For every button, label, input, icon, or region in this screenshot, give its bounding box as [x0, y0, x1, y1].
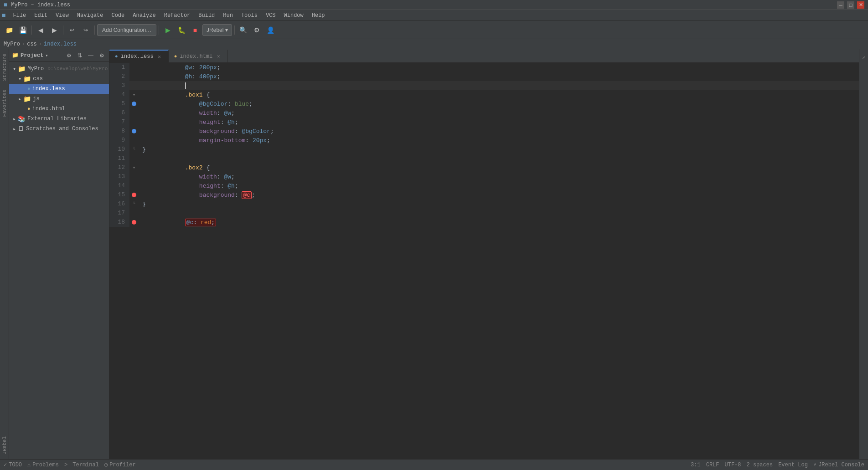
breakpoint-blue-8[interactable]	[132, 129, 136, 133]
breakpoint-red-15[interactable]	[132, 193, 136, 197]
menu-tools[interactable]: Tools	[238, 11, 261, 20]
vertical-tab-favorites[interactable]: Favorites	[0, 85, 9, 121]
breakpoint-red-18[interactable]	[132, 220, 136, 225]
line-num-7: 7	[109, 118, 129, 127]
status-left: ✓ TODO ⚠ Problems >_ Terminal ◷ Profiler	[4, 461, 136, 468]
jrebel-console-label: JRebel Console	[818, 462, 864, 468]
status-event-log[interactable]: Event Log	[778, 462, 808, 468]
menu-file[interactable]: File	[9, 11, 30, 20]
status-problems[interactable]: ⚠ Problems	[27, 461, 59, 468]
minimize-button[interactable]: ─	[837, 1, 844, 9]
sidebar-sort-btn[interactable]: ⇅	[75, 51, 84, 60]
code-line-9: 9 margin-bottom: 20px;	[109, 136, 859, 145]
vertical-tab-jrebel[interactable]: JRebel	[0, 432, 9, 459]
editor-tab-indexless[interactable]: ● index.less ✕	[109, 50, 169, 62]
code-line-1: 1 @w: 200px;	[109, 63, 859, 72]
gutter-4: ▾	[129, 92, 139, 97]
toolbar-settings-btn[interactable]: ⚙	[251, 24, 264, 36]
breakpoint-blue-5[interactable]	[132, 102, 136, 106]
status-terminal[interactable]: >_ Terminal	[64, 462, 99, 468]
tree-label-css: css	[33, 76, 43, 82]
tree-label-mypro: MyPro	[27, 66, 44, 72]
vertical-tab-structure[interactable]: Structure	[0, 49, 9, 85]
tab-close-indexhtml[interactable]: ✕	[215, 53, 222, 60]
debug-btn[interactable]: 🐛	[175, 24, 188, 36]
menu-code[interactable]: Code	[108, 11, 128, 20]
run-btn[interactable]: ▶	[161, 24, 174, 36]
toolbar-redo-btn[interactable]: ↪	[79, 24, 92, 36]
stop-btn[interactable]: ■	[189, 24, 202, 36]
code-token: :	[192, 73, 199, 80]
toolbar-forward-btn[interactable]: ▶	[48, 24, 61, 36]
tree-item-scratches[interactable]: ▸ 🗒 Scratches and Consoles	[9, 124, 109, 134]
far-left-tabs: Structure Favorites JRebel	[0, 49, 9, 459]
menu-analyze[interactable]: Analyze	[129, 11, 159, 20]
add-configuration-button[interactable]: Add Configuration…	[97, 24, 156, 36]
menu-vcs[interactable]: VCS	[262, 11, 279, 20]
toolbar-save-btn[interactable]: 💾	[16, 24, 29, 36]
menu-run[interactable]: Run	[219, 11, 237, 20]
status-line-ending[interactable]: CRLF	[706, 462, 719, 468]
menu-navigate[interactable]: Navigate	[73, 11, 107, 20]
status-right: 3:1 CRLF UTF-8 2 spaces Event Log ⚡ JReb…	[691, 461, 864, 468]
tree-item-indexhtml[interactable]: ● index.html	[9, 104, 109, 114]
breadcrumb-mypropart[interactable]: MyPro	[4, 41, 20, 47]
line-num-6: 6	[109, 108, 129, 118]
line-num-18: 18	[109, 218, 129, 227]
vertical-tab-right-notifications[interactable]: ✓	[860, 51, 868, 64]
collapse-arrow-16[interactable]: └	[133, 202, 135, 206]
collapse-arrow-12[interactable]: ▾	[133, 165, 135, 170]
code-token: ;	[211, 219, 215, 226]
title-bar-controls: ─ □ ✕	[837, 1, 864, 9]
toolbar-user-btn[interactable]: 👤	[264, 24, 277, 36]
project-dropdown-icon[interactable]: ▾	[45, 53, 48, 58]
code-token	[185, 137, 199, 144]
tree-expand-scratches: ▸	[13, 126, 16, 133]
status-jrebel-console[interactable]: ⚡ JRebel Console	[813, 461, 864, 468]
toolbar-search-btn[interactable]: 🔍	[237, 24, 250, 36]
toolbar-undo-btn[interactable]: ↩	[66, 24, 78, 36]
sidebar-gear-btn[interactable]: ⚙	[97, 51, 106, 60]
toolbar-open-btn[interactable]: 📁	[3, 24, 16, 36]
toolbar-back-btn[interactable]: ◀	[34, 24, 47, 36]
menu-view[interactable]: View	[52, 11, 72, 20]
close-button[interactable]: ✕	[857, 1, 864, 9]
tree-label-indexhtml: index.html	[32, 106, 65, 112]
menu-help[interactable]: Help	[308, 11, 329, 20]
menu-build[interactable]: Build	[195, 11, 218, 20]
sidebar-settings-btn[interactable]: ⚙	[64, 51, 73, 60]
problems-icon: ⚠	[27, 461, 31, 468]
menu-refactor[interactable]: Refactor	[160, 11, 194, 20]
status-todo[interactable]: ✓ TODO	[4, 461, 22, 468]
status-profiler[interactable]: ◷ Profiler	[104, 461, 136, 468]
editor-tab-indexhtml[interactable]: ● index.html ✕	[169, 50, 228, 62]
status-encoding[interactable]: UTF-8	[725, 462, 741, 468]
code-editor[interactable]: 1 @w: 200px; 2 @h: 400px; 3	[109, 63, 859, 459]
menu-edit[interactable]: Edit	[31, 11, 51, 20]
tree-item-css[interactable]: ▾ 📁 css	[9, 74, 109, 84]
code-token: ;	[267, 137, 270, 144]
tree-item-indexless[interactable]: ● index.less	[9, 84, 109, 94]
breadcrumb-indexless[interactable]: index.less	[44, 41, 77, 47]
breadcrumb-css[interactable]: css	[27, 41, 37, 47]
tab-close-indexless[interactable]: ✕	[156, 53, 163, 60]
code-token: @c	[186, 219, 194, 226]
run-config-dropdown[interactable]: JRebel ▾	[202, 24, 232, 36]
status-cursor-pos[interactable]: 3:1	[691, 462, 701, 468]
tree-item-mypro[interactable]: ▾ 📁 MyPro D:\Develop\Web\MyPro	[9, 64, 109, 74]
maximize-button[interactable]: □	[847, 1, 854, 9]
menu-window[interactable]: Window	[280, 11, 307, 20]
code-line-15: 15 background: @c;	[109, 190, 859, 199]
sidebar-collapse-btn[interactable]: —	[86, 51, 95, 60]
tree-item-js[interactable]: ▸ 📁 js	[9, 94, 109, 104]
collapse-arrow-4[interactable]: ▾	[133, 92, 135, 97]
status-indent[interactable]: 2 spaces	[747, 462, 773, 468]
tab-less-icon: ●	[115, 54, 118, 59]
line-num-17: 17	[109, 209, 129, 218]
code-token: ;	[270, 128, 274, 135]
breadcrumb-sep1: ›	[22, 41, 25, 47]
collapse-arrow-10[interactable]: └	[133, 147, 135, 152]
line-ending-label: CRLF	[706, 462, 719, 468]
sidebar: 📁 Project ▾ ⚙ ⇅ — ⚙ ▾ 📁 MyPro D:\Develop…	[9, 49, 109, 459]
tree-item-extlibs[interactable]: ▸ 📚 External Libraries	[9, 114, 109, 124]
